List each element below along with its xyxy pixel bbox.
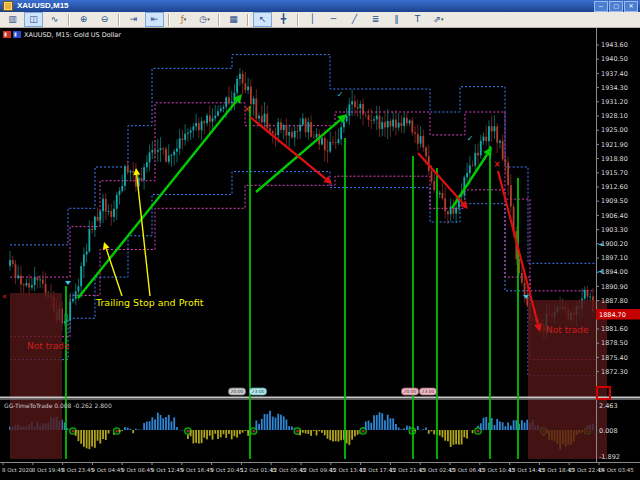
toolbar-fibonacci-button[interactable]: ≣ [366,12,385,27]
svg-text:8 Oct 19:45: 8 Oct 19:45 [32,467,65,473]
svg-text:1894.00: 1894.00 [601,268,628,276]
svg-text:1918.80: 1918.80 [601,155,628,163]
svg-text:1909.50: 1909.50 [601,197,628,205]
toolbar-channel-button[interactable]: ∥ [387,12,406,27]
svg-text:✓: ✓ [467,134,474,143]
svg-text:×: × [494,160,501,169]
svg-text:1940.50: 1940.50 [601,55,628,63]
svg-text:1881.60: 1881.60 [601,325,628,333]
maximize-button[interactable]: ▢ [609,1,623,12]
toolbar-zoom-out-button[interactable]: ⊖ [95,12,114,27]
toolbar-zoom-in-button[interactable]: ⊕ [74,12,93,27]
indicator-scale-min: -1.892 [599,453,620,461]
svg-text:14 Oct 03:45: 14 Oct 03:45 [598,467,634,473]
indicator-name-label: GG-TimeToTrade 0.008 -0.262 2.800 [4,402,112,409]
svg-text:1887.80: 1887.80 [601,297,628,305]
toolbar-text-label-button[interactable]: T [408,12,427,27]
toolbar-indicators-button[interactable]: ƒ▾ [174,12,193,27]
chart-mini-icon-1 [3,31,11,38]
chart-canvas[interactable]: ××✓✓◄◄«20:0023:0020:0023:001943.601940.5… [0,0,640,480]
svg-text:1915.70: 1915.70 [601,169,628,177]
no-trade-label-right: Not trade [546,325,589,335]
svg-text:1875.40: 1875.40 [601,354,628,362]
window-title: XAUUSD,M15 [17,0,69,12]
toolbar-crosshair-button[interactable]: ╋ [274,12,293,27]
chart-mini-icon-2-stripe [15,33,17,37]
svg-text:1921.90: 1921.90 [601,141,628,149]
current-price-value: 1884.70 [599,311,626,319]
svg-text:1943.60: 1943.60 [601,41,628,49]
svg-text:1872.30: 1872.30 [601,368,628,376]
svg-text:23:00: 23:00 [422,389,435,394]
svg-text:20:00: 20:00 [231,389,244,394]
svg-text:1878.50: 1878.50 [601,339,628,347]
svg-text:9 Oct 04:45: 9 Oct 04:45 [91,467,124,473]
chart-mini-icon-1-stripe [5,33,7,37]
toolbar-candlestick-chart-button[interactable]: ◫ [24,12,43,27]
svg-text:9 Oct 08:45: 9 Oct 08:45 [121,467,154,473]
svg-text:×: × [244,105,251,114]
annotation-rect-right [596,386,611,400]
svg-text:1925.00: 1925.00 [601,126,628,134]
svg-text:9 Oct 16:45: 9 Oct 16:45 [181,467,214,473]
toolbar-separator [168,14,170,26]
svg-text:1937.40: 1937.40 [601,70,628,78]
toolbar-separator [118,14,120,26]
toolbar-chart-shift-button[interactable]: ⇤ [145,12,164,27]
toolbar-periods-button[interactable]: ◷▾ [195,12,214,27]
svg-text:1934.30: 1934.30 [601,84,628,92]
toolbar-arrows-button[interactable]: ⇗▾ [429,12,448,27]
toolbar-bar-chart-button[interactable]: ▥ [3,12,22,27]
toolbar-line-chart-button[interactable]: ∿ [45,12,64,27]
toolbar-separator [218,14,220,26]
svg-text:20:00: 20:00 [404,389,417,394]
svg-text:8 Oct 2020: 8 Oct 2020 [2,467,33,473]
svg-text:1900.20: 1900.20 [601,240,628,248]
svg-text:1890.90: 1890.90 [601,283,628,291]
svg-text:1928.10: 1928.10 [601,112,628,120]
toolbar-cursor-button[interactable]: ↖ [253,12,272,27]
toolbar-auto-scroll-button[interactable]: ⇥ [124,12,143,27]
mt4-chart-window: ××✓✓◄◄«20:0023:0020:0023:001943.601940.5… [0,0,640,480]
svg-text:1903.30: 1903.30 [601,226,628,234]
svg-text:1897.10: 1897.10 [601,254,628,262]
toolbar-horizontal-line-button[interactable]: ─ [324,12,343,27]
svg-text:1931.20: 1931.20 [601,98,628,106]
minimize-button[interactable]: ─ [594,1,608,12]
chart-mini-icon-2 [13,31,21,38]
indicator-scale-mid: 0.008 [599,427,618,435]
toolbar-trendline-button[interactable]: ╱ [345,12,364,27]
svg-text:1906.40: 1906.40 [601,212,628,220]
close-button[interactable]: ✕ [624,1,638,12]
toolbar-separator [247,14,249,26]
svg-text:1912.60: 1912.60 [601,183,628,191]
toolbar-separator [68,14,70,26]
svg-text:8 Oct 23:45: 8 Oct 23:45 [62,467,95,473]
indicator-scale-max: 2.463 [599,402,618,410]
svg-text:«: « [2,292,7,301]
chart-header: XAUUSD, M15: Gold US Dollar [24,31,121,39]
chart-window-icon [3,1,13,11]
svg-text:23:00: 23:00 [252,389,265,394]
no-trade-label-left: Not trade [27,341,70,351]
titlebar[interactable]: XAUUSD,M15 ─ ▢ ✕ [0,0,640,12]
svg-text:9 Oct 12:45: 9 Oct 12:45 [151,467,184,473]
svg-text:✓: ✓ [337,90,344,99]
svg-text:9 Oct 20:45: 9 Oct 20:45 [211,467,244,473]
toolbar-templates-button[interactable]: ▦ [224,12,243,27]
toolbar: ▥◫∿⊕⊖⇥⇤ƒ▾◷▾▦↖╋│─╱≣∥T⇗▾ [0,12,640,28]
toolbar-separator [297,14,299,26]
trailing-stop-label: Trailing Stop and Profit [95,297,204,308]
toolbar-vertical-line-button[interactable]: │ [303,12,322,27]
